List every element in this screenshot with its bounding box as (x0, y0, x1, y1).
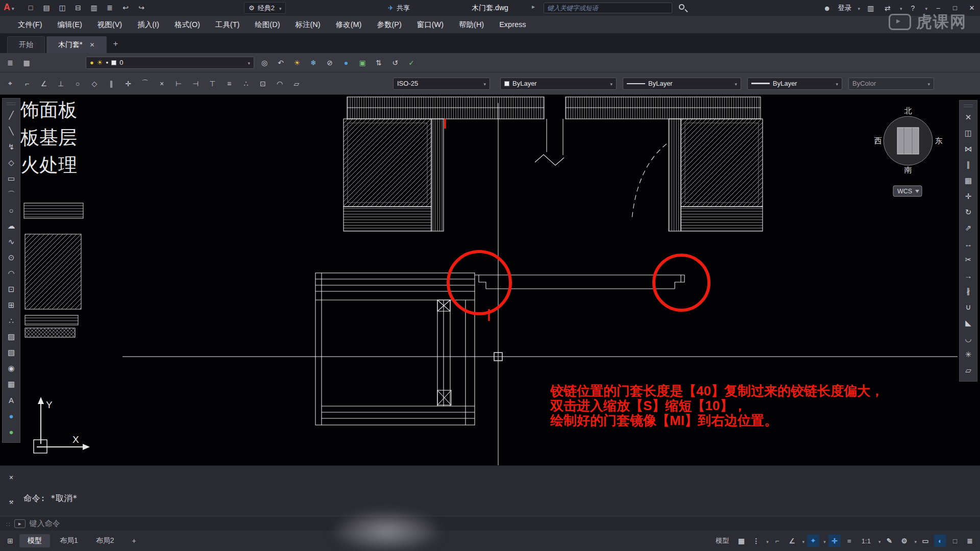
mtext-icon[interactable]: A (5, 393, 18, 407)
center-snap-icon[interactable]: ○ (71, 78, 84, 90)
close-button[interactable]: ✕ (966, 2, 978, 14)
stretch-icon[interactable]: ↔ (962, 237, 975, 251)
wcs-control[interactable]: WCS (893, 186, 922, 196)
circle-icon[interactable]: ○ (5, 204, 18, 217)
apparent-intersection-icon[interactable]: ≡ (223, 78, 235, 90)
design-center-icon[interactable]: ● (5, 425, 18, 438)
snap-mode-icon[interactable]: ⋮ (750, 535, 762, 547)
break-icon[interactable]: ∦ (962, 285, 975, 298)
command-input-row[interactable]: ▸ 键入命令 (0, 516, 980, 531)
polar-tracking-icon[interactable]: ∠ (786, 535, 798, 547)
customization-gear-icon[interactable]: ⚙ (898, 535, 910, 547)
chamfer-icon[interactable]: ◣ (962, 316, 975, 330)
object-snap-icon[interactable]: ⌖ (807, 535, 819, 547)
search-input[interactable] (547, 5, 669, 12)
layer-color-icon[interactable]: ● (340, 57, 352, 69)
menu-view[interactable]: 视图(V) (90, 20, 130, 30)
menu-insert[interactable]: 插入(I) (130, 20, 167, 30)
perpendicular-snap-icon[interactable]: ⊥ (55, 78, 67, 90)
add-layout-button[interactable]: + (124, 534, 144, 547)
menu-express[interactable]: Express (492, 20, 533, 29)
isolate-objects-icon[interactable]: ◐ (934, 535, 946, 547)
osnap-settings-icon[interactable]: ▱ (290, 78, 303, 90)
minimize-button[interactable]: – (932, 2, 944, 14)
layer-match-icon[interactable]: ✓ (405, 57, 418, 69)
plot-icon[interactable]: ≣ (104, 2, 116, 14)
menu-tools[interactable]: 工具(T) (208, 20, 248, 30)
construction-line-icon[interactable]: ╲ (5, 124, 18, 138)
open-folder-icon[interactable]: ▤ (40, 2, 53, 14)
layer-properties-icon[interactable]: ≣ (4, 57, 16, 69)
ellipse-arc-icon[interactable]: ◠ (5, 267, 18, 280)
snap-from-icon[interactable]: ⌐ (21, 78, 33, 90)
dim-style-dropdown[interactable]: ISO-25 (393, 78, 490, 90)
annotation-visibility-icon[interactable]: ✎ (883, 535, 895, 547)
menu-format[interactable]: 格式(O) (167, 20, 208, 30)
menu-edit[interactable]: 编辑(E) (50, 20, 90, 30)
hatch-icon[interactable]: ▨ (5, 330, 18, 343)
save-icon[interactable]: ◫ (56, 2, 68, 14)
restore-button[interactable]: □ (949, 2, 961, 14)
snap-tracking-icon[interactable]: ✛ (828, 535, 841, 547)
make-object-layer-current-icon[interactable]: ◎ (258, 57, 271, 69)
erase-icon[interactable]: ✕ (962, 111, 975, 124)
new-tab-button[interactable]: + (113, 39, 118, 49)
login-button[interactable]: 登录 (838, 4, 851, 13)
endpoint-snap-icon[interactable]: ∠ (38, 78, 50, 90)
linetype-dropdown[interactable]: ByLayer (623, 78, 741, 90)
insert-snap-icon[interactable]: ∴ (240, 78, 252, 90)
tab-layout1[interactable]: 布局1 (52, 534, 86, 547)
arc-snap-icon[interactable]: ◠ (274, 78, 286, 90)
search-icon[interactable] (679, 4, 684, 10)
ortho-icon[interactable]: ⌐ (771, 535, 783, 547)
none-snap-icon[interactable]: ⊡ (257, 78, 269, 90)
blend-icon[interactable]: ✳ (962, 348, 975, 361)
intersection-snap-icon[interactable]: ✛ (122, 78, 134, 90)
compass-east-label[interactable]: 东 (935, 136, 943, 145)
menu-window[interactable]: 窗口(W) (409, 20, 451, 30)
toolbar-grip[interactable] (7, 103, 16, 105)
menu-file[interactable]: 文件(F) (10, 20, 50, 30)
help-icon[interactable]: ? (906, 2, 919, 14)
annotation-scale[interactable]: 1:1 (858, 535, 874, 547)
redo-icon[interactable]: ↪ (135, 2, 148, 14)
spline-icon[interactable]: ∿ (5, 235, 18, 248)
menu-help[interactable]: 帮助(H) (451, 20, 492, 30)
layer-translate-icon[interactable]: ⇅ (373, 57, 385, 69)
undo-icon[interactable]: ↩ (119, 2, 132, 14)
new-file-icon[interactable]: □ (24, 2, 37, 14)
close-command-icon[interactable]: ✕ (5, 471, 17, 483)
quadrant-snap-icon[interactable]: ◇ (88, 78, 101, 90)
explode-icon[interactable]: ▱ (962, 364, 975, 377)
cart-icon[interactable]: ▥ (865, 2, 877, 14)
arc-icon[interactable]: ⌒ (5, 188, 18, 201)
tool-palettes-icon[interactable]: ● (5, 409, 18, 422)
model-space-label[interactable]: 模型 (712, 535, 732, 547)
drawing-canvas[interactable]: 饰面板 板基层 火处理 Y X (0, 95, 980, 465)
status-menu-icon[interactable]: ≣ (964, 535, 976, 547)
scale-icon[interactable]: ⇗ (962, 221, 975, 235)
table-icon[interactable]: ▦ (5, 378, 18, 391)
insert-block-icon[interactable]: ⊡ (5, 283, 18, 296)
tab-drawing[interactable]: 木门套* ✕ (46, 36, 107, 53)
copy-icon[interactable]: ◫ (962, 127, 975, 140)
layout-menu-icon[interactable]: ⊞ (4, 535, 16, 547)
compass-north-label[interactable]: 北 (904, 106, 912, 115)
compass-west-label[interactable]: 西 (874, 136, 882, 145)
print-icon[interactable]: ▥ (88, 2, 100, 14)
annotation-monitor-icon[interactable]: ▭ (919, 535, 932, 547)
tab-model[interactable]: 模型 (19, 534, 50, 547)
trim-icon[interactable]: ✂ (962, 253, 975, 266)
menu-parametric[interactable]: 参数(P) (369, 20, 409, 30)
clean-screen-icon[interactable]: □ (949, 535, 961, 547)
nearest-snap-icon[interactable]: × (156, 78, 168, 90)
menu-dimension[interactable]: 标注(N) (287, 20, 328, 30)
join-icon[interactable]: ∪ (962, 300, 975, 314)
tab-layout2[interactable]: 布局2 (88, 534, 122, 547)
exchange-apps-icon[interactable]: ⇄ (881, 2, 894, 14)
polygon-icon[interactable]: ◇ (5, 156, 18, 169)
gradient-icon[interactable]: ▧ (5, 346, 18, 359)
autocad-logo-icon[interactable]: A (4, 2, 14, 13)
color-dropdown[interactable]: ByLayer (500, 78, 617, 90)
rotate-icon[interactable]: ↻ (962, 206, 975, 219)
